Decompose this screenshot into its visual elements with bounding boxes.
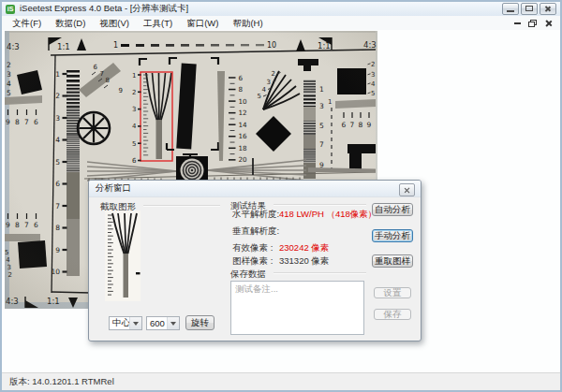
svg-text:4:3: 4:3 bbox=[6, 297, 19, 306]
v-resolution-label: 垂直解析度: bbox=[232, 225, 279, 238]
chart-scale-label: 10 bbox=[239, 97, 248, 106]
chart-scale-label: 9 bbox=[319, 161, 324, 169]
mdi-close-icon[interactable] bbox=[544, 20, 552, 27]
chart-scale-label: 1 bbox=[319, 85, 324, 94]
effective-pixels-label: 有效像素 : bbox=[232, 242, 273, 254]
menu-data[interactable]: 数据(D) bbox=[52, 17, 89, 30]
chevron-down-icon[interactable] bbox=[129, 317, 141, 329]
chart-scale-label: 5 bbox=[319, 122, 324, 130]
chart-scale-label: 4 bbox=[262, 86, 267, 94]
chart-scale-label: 9 bbox=[6, 221, 10, 229]
mdi-minimize-icon[interactable] bbox=[514, 22, 521, 24]
auto-analyze-button[interactable]: 自动分析 bbox=[372, 203, 413, 216]
chart-scale-label: 7 bbox=[24, 221, 29, 229]
recapture-button[interactable]: 重取图样 bbox=[372, 254, 413, 268]
chart-scale-label: 3 bbox=[55, 114, 60, 123]
chart-scale-label: 7 bbox=[100, 70, 104, 78]
svg-text:4:3: 4:3 bbox=[363, 40, 377, 50]
chart-scale-label: 2 bbox=[55, 92, 60, 100]
menu-tools[interactable]: 工具(T) bbox=[140, 17, 176, 30]
chart-scale-label: 3 bbox=[319, 102, 324, 110]
mdi-restore-icon[interactable] bbox=[528, 20, 537, 27]
manual-analyze-button[interactable]: 手动分析 bbox=[372, 229, 413, 242]
chart-scale-label: 4 bbox=[6, 256, 10, 264]
menu-help[interactable]: 帮助(H) bbox=[229, 17, 266, 30]
chart-scale-label: 4 bbox=[7, 80, 11, 88]
chart-scale-label: 3 bbox=[7, 70, 11, 79]
chart-scale-label: 2 bbox=[371, 61, 375, 68]
chart-scale-label: 2 bbox=[7, 61, 11, 69]
version-text: 版本: 14.0.1201.1 RTMRel bbox=[2, 376, 114, 388]
close-button[interactable] bbox=[540, 3, 556, 15]
chart-scale-label: 7 bbox=[55, 202, 60, 211]
chart-scale-label: 5 bbox=[5, 249, 8, 256]
size-select[interactable]: 600 bbox=[146, 316, 180, 330]
chart-scale-label: 18 bbox=[239, 144, 248, 152]
chevron-down-icon[interactable] bbox=[167, 317, 179, 329]
chart-scale-label: 5 bbox=[258, 93, 261, 100]
chart-scale-label: 16 bbox=[239, 132, 248, 140]
menu-window[interactable]: 窗口(W) bbox=[183, 17, 222, 30]
chart-scale-label: 3 bbox=[371, 71, 375, 79]
chart-scale-label: 20 bbox=[239, 155, 248, 164]
chart-scale-label: 8 bbox=[15, 221, 20, 229]
chart-scale-label: 7 bbox=[350, 121, 355, 129]
chart-scale-label: 8 bbox=[106, 77, 110, 84]
app-icon: iS bbox=[6, 5, 15, 14]
pattern-pixels-label: 图样像素 : bbox=[232, 255, 273, 268]
minimize-button[interactable] bbox=[502, 3, 519, 15]
rotate-button[interactable]: 旋转 bbox=[185, 315, 214, 330]
effective-pixels-value: 230242 像素 bbox=[279, 242, 329, 254]
svg-text:10: 10 bbox=[267, 41, 276, 50]
window-title: iSeetest Express 4.0 Beta - [分辨率测试卡] bbox=[20, 3, 188, 15]
spoked-wheel-target bbox=[78, 112, 110, 144]
test-note-input[interactable] bbox=[230, 281, 364, 335]
chart-scale-label: 6 bbox=[239, 74, 244, 82]
chart-scale-label: 5 bbox=[371, 90, 375, 97]
grayscale-step-bar bbox=[67, 70, 80, 276]
chart-scale-label: 5 bbox=[7, 89, 11, 97]
menu-view[interactable]: 视图(V) bbox=[96, 17, 133, 30]
svg-text:1:1: 1:1 bbox=[57, 42, 70, 51]
dialog-close-icon[interactable] bbox=[399, 183, 415, 196]
dialog-title: 分析窗口 bbox=[96, 182, 131, 195]
chart-scale-label: 6 bbox=[342, 121, 347, 129]
svg-text:1:1: 1:1 bbox=[318, 41, 331, 51]
menu-file[interactable]: 文件(F) bbox=[8, 17, 45, 30]
title-bar: iS iSeetest Express 4.0 Beta - [分辨率测试卡] bbox=[2, 2, 560, 16]
chart-scale-label: 5 bbox=[55, 158, 60, 167]
chart-scale-label: 8 bbox=[239, 85, 244, 94]
chart-scale-label: 3 bbox=[267, 79, 271, 86]
group-divider bbox=[274, 204, 366, 206]
chart-scale-label: 5 bbox=[132, 140, 136, 148]
chart-scale-label: 4 bbox=[371, 80, 376, 88]
chart-scale-label: 9 bbox=[6, 118, 10, 126]
chart-scale-label: 4 bbox=[132, 123, 137, 130]
chart-scale-label: 2 bbox=[272, 70, 275, 78]
chart-scale-label: 6 bbox=[55, 180, 60, 188]
mdi-client-area: 4:3 1:1 1:1 4:3 4:3 1:1 1 10 1 123456789… bbox=[2, 30, 560, 373]
group-divider bbox=[143, 205, 220, 207]
save-button[interactable]: 保存 bbox=[374, 309, 411, 320]
chart-scale-label: 3 bbox=[7, 264, 10, 271]
svg-text:1:1: 1:1 bbox=[47, 297, 60, 306]
svg-text:1: 1 bbox=[113, 41, 118, 50]
chart-scale-label: 1 bbox=[132, 72, 136, 80]
chart-scale-label: 8 bbox=[15, 118, 20, 126]
chart-scale-label: 8 bbox=[55, 224, 60, 232]
chart-scale-label: 4 bbox=[55, 136, 60, 144]
chart-scale-label: 2 bbox=[8, 271, 12, 279]
chart-scale-label: 7 bbox=[319, 140, 324, 149]
main-window: iS iSeetest Express 4.0 Beta - [分辨率测试卡] … bbox=[0, 0, 562, 392]
position-select[interactable]: 中心 bbox=[109, 316, 142, 330]
chart-scale-label: 2 bbox=[132, 89, 136, 96]
svg-text:1: 1 bbox=[328, 98, 332, 106]
chart-scale-label: 6 bbox=[34, 118, 38, 126]
chart-scale-label: 8 bbox=[359, 121, 363, 129]
settings-button[interactable]: 设置 bbox=[374, 287, 411, 298]
chart-scale-label: 10 bbox=[51, 268, 60, 276]
analysis-dialog: 分析窗口 截取图形 bbox=[88, 180, 422, 341]
dialog-title-bar[interactable]: 分析窗口 bbox=[89, 181, 421, 197]
chart-scale-label: 9 bbox=[119, 87, 123, 94]
maximize-button[interactable] bbox=[521, 3, 538, 15]
